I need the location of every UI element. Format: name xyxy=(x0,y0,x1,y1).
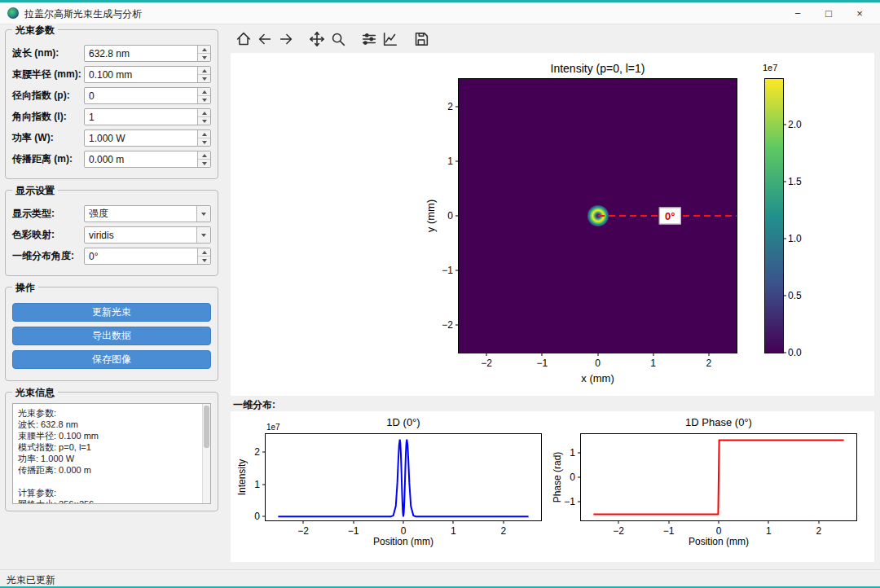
profile-angle-label: 一维分布角度: xyxy=(12,249,84,263)
intensity-1d-axes[interactable]: −2−1012012 xyxy=(265,433,542,521)
save-icon[interactable] xyxy=(411,29,432,50)
wavelength-label: 波长 (nm): xyxy=(12,46,84,60)
spin-down-icon[interactable] xyxy=(198,159,210,167)
spin-up-icon[interactable] xyxy=(198,46,210,53)
angle-annotation: 0° xyxy=(659,208,680,225)
group-beam-params: 光束参数 波长 (nm): 632.8 nm 束腰半径 (mm): 0.100 … xyxy=(5,29,218,179)
spin-up-icon[interactable] xyxy=(198,109,210,116)
tick-label: −2 xyxy=(613,525,624,537)
tick-label: −2 xyxy=(297,525,309,537)
profile-angle-value: 0° xyxy=(85,251,197,262)
home-icon[interactable] xyxy=(233,29,254,50)
tick-label: 2 xyxy=(816,525,822,537)
maximize-button[interactable]: □ xyxy=(813,4,844,22)
intensity-1d-offset-label: 1e7 xyxy=(266,423,280,432)
tick-label: 1 xyxy=(650,358,656,369)
configure-subplots-icon[interactable] xyxy=(359,29,380,50)
tick-mark xyxy=(783,125,786,125)
spin-down-icon[interactable] xyxy=(198,95,210,103)
beam-info-content: 光束参数: 波长: 632.8 nm 束腰半径: 0.100 mm 模式指数: … xyxy=(13,404,210,504)
close-button[interactable]: × xyxy=(844,4,875,22)
display-type-combobox[interactable]: 强度 xyxy=(84,205,211,222)
tick-label: 2.0 xyxy=(788,119,802,130)
spinner-buttons[interactable] xyxy=(197,67,210,82)
param-row: 色彩映射: viridis xyxy=(12,226,211,244)
titlebar[interactable]: 拉盖尔高斯光束生成与分析 − □ × xyxy=(0,2,880,24)
spin-up-icon[interactable] xyxy=(198,88,210,95)
intensity-heatmap-axes[interactable]: 0° −2−1012−2−1012 xyxy=(458,78,737,353)
tick-label: 0 xyxy=(254,511,260,522)
spinner-buttons[interactable] xyxy=(197,46,210,61)
export-data-button[interactable]: 导出数据 xyxy=(12,327,211,345)
spin-down-icon[interactable] xyxy=(198,53,210,61)
minimize-button[interactable]: − xyxy=(782,4,813,22)
pan-icon[interactable] xyxy=(306,29,328,50)
scrollbar-thumb[interactable] xyxy=(204,406,209,448)
tick-label: −1 xyxy=(442,265,453,276)
group-display-settings-title: 显示设置 xyxy=(12,184,58,198)
spin-up-icon[interactable] xyxy=(198,67,210,74)
main-plot-ylabel: y (mm) xyxy=(425,200,437,232)
waist-radius-value: 0.100 mm xyxy=(85,69,197,81)
colormap-combobox[interactable]: viridis xyxy=(84,226,211,244)
phase-1d-title: 1D Phase (0°) xyxy=(580,416,857,428)
tick-mark xyxy=(353,520,354,524)
phase-1d-axes[interactable]: −2−1012−101 xyxy=(580,433,857,521)
tick-label: 1.5 xyxy=(788,176,802,187)
spinner-buttons[interactable] xyxy=(197,130,210,146)
spinner-buttons[interactable] xyxy=(197,109,210,125)
tick-label: 0 xyxy=(716,525,722,537)
waist-radius-spinbox[interactable]: 0.100 mm xyxy=(84,66,211,83)
tick-mark xyxy=(578,502,581,502)
spin-up-icon[interactable] xyxy=(198,151,210,159)
update-beam-button[interactable]: 更新光束 xyxy=(12,303,211,322)
spinner-buttons[interactable] xyxy=(197,248,210,264)
radial-index-label: 径向指数 (p): xyxy=(12,89,84,103)
phase-1d-curve xyxy=(581,434,856,520)
azimuthal-index-spinbox[interactable]: 1 xyxy=(84,108,211,125)
profile-angle-spinbox[interactable]: 0° xyxy=(84,248,211,265)
statusbar: 光束已更新 xyxy=(0,569,880,586)
propagation-distance-spinbox[interactable]: 0.000 m xyxy=(84,151,211,168)
chevron-down-icon xyxy=(196,227,210,243)
param-row: 束腰半径 (mm): 0.100 mm xyxy=(12,66,211,83)
tick-label: −2 xyxy=(481,358,492,369)
tick-mark xyxy=(455,106,459,107)
colormap-label: 色彩映射: xyxy=(12,228,84,242)
scrollbar[interactable] xyxy=(202,404,210,503)
tick-mark xyxy=(455,216,459,217)
tick-mark xyxy=(578,452,581,453)
tick-mark xyxy=(597,353,598,356)
back-icon[interactable] xyxy=(254,29,275,50)
tick-label: 0 xyxy=(447,210,453,222)
tick-mark xyxy=(578,477,581,478)
tick-mark xyxy=(262,452,266,453)
bottom-figure: 1D (0°) 1e7 Intensity −2−1012012 Positio… xyxy=(231,411,874,562)
zoom-icon[interactable] xyxy=(328,29,349,50)
power-spinbox[interactable]: 1.000 W xyxy=(84,129,211,147)
tick-label: −1 xyxy=(348,525,359,537)
beam-info-textarea[interactable]: 光束参数: 波长: 632.8 nm 束腰半径: 0.100 mm 模式指数: … xyxy=(12,403,211,504)
spin-up-icon[interactable] xyxy=(198,130,210,138)
spinner-buttons[interactable] xyxy=(197,151,210,167)
radial-index-spinbox[interactable]: 0 xyxy=(84,87,211,104)
propagation-distance-label: 传播距离 (m): xyxy=(12,152,84,166)
spin-down-icon[interactable] xyxy=(198,74,210,82)
tick-label: 2 xyxy=(706,358,712,369)
spin-down-icon[interactable] xyxy=(198,138,210,146)
save-image-button[interactable]: 保存图像 xyxy=(12,350,211,369)
tick-label: −1 xyxy=(564,496,575,507)
tick-mark xyxy=(708,353,709,356)
spin-down-icon[interactable] xyxy=(198,256,210,264)
edit-parameters-icon[interactable] xyxy=(380,29,401,50)
tick-label: 2 xyxy=(254,446,260,458)
spinner-buttons[interactable] xyxy=(197,88,210,103)
wavelength-spinbox[interactable]: 632.8 nm xyxy=(84,45,211,62)
forward-icon[interactable] xyxy=(275,29,297,50)
group-actions-title: 操作 xyxy=(12,281,38,295)
intensity-1d-xlabel: Position (mm) xyxy=(265,536,542,547)
tick-label: 1 xyxy=(447,156,453,167)
phase-1d-ylabel: Phase (rad) xyxy=(552,452,563,503)
spin-up-icon[interactable] xyxy=(198,248,210,256)
spin-down-icon[interactable] xyxy=(198,116,210,125)
